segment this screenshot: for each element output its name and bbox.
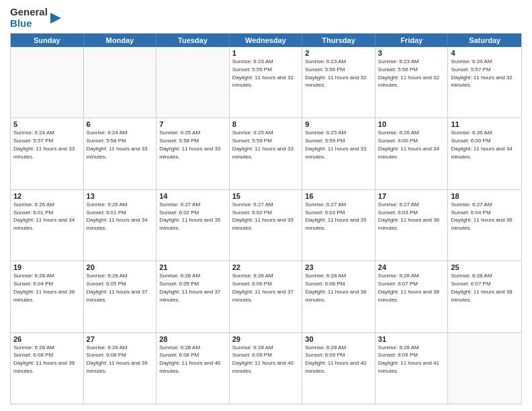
calendar-cell: 19 Sunrise: 6:28 AMSunset: 6:04 PMDaylig… (11, 261, 84, 332)
logo-triangle-icon (49, 9, 61, 28)
cell-info: Sunrise: 6:23 AMSunset: 5:56 PMDaylight:… (305, 58, 366, 88)
day-number: 5 (13, 120, 81, 128)
day-number: 29 (232, 335, 300, 343)
calendar-cell: 18 Sunrise: 6:27 AMSunset: 6:04 PMDaylig… (448, 190, 521, 261)
cell-info: Sunrise: 6:25 AMSunset: 5:59 PMDaylight:… (305, 130, 366, 159)
calendar-cell: 12 Sunrise: 6:26 AMSunset: 6:01 PMDaylig… (11, 190, 84, 261)
cell-info: Sunrise: 6:28 AMSunset: 6:08 PMDaylight:… (13, 345, 75, 374)
calendar-cell: 13 Sunrise: 6:26 AMSunset: 6:01 PMDaylig… (84, 190, 157, 261)
day-number: 15 (232, 192, 300, 200)
calendar-cell: 23 Sunrise: 6:28 AMSunset: 6:06 PMDaylig… (302, 261, 375, 332)
cell-info: Sunrise: 6:24 AMSunset: 5:57 PMDaylight:… (13, 130, 75, 159)
cell-info: Sunrise: 6:25 AMSunset: 5:58 PMDaylight:… (159, 130, 220, 159)
calendar-cell: 22 Sunrise: 6:28 AMSunset: 6:06 PMDaylig… (230, 261, 303, 332)
day-number: 6 (87, 120, 154, 128)
calendar-cell: 14 Sunrise: 6:27 AMSunset: 6:02 PMDaylig… (157, 190, 230, 261)
calendar-cell: 20 Sunrise: 6:28 AMSunset: 6:05 PMDaylig… (84, 261, 157, 332)
calendar-body: 1 Sunrise: 6:23 AMSunset: 5:55 PMDayligh… (11, 47, 521, 404)
day-number: 3 (378, 49, 445, 57)
calendar-cell: 5 Sunrise: 6:24 AMSunset: 5:57 PMDayligh… (11, 118, 84, 189)
cell-info: Sunrise: 6:23 AMSunset: 5:55 PMDaylight:… (232, 58, 294, 88)
day-number: 27 (87, 335, 154, 343)
header-saturday: Saturday (448, 34, 521, 47)
calendar-cell (448, 333, 521, 404)
calendar-cell (157, 47, 230, 118)
day-number: 19 (13, 263, 81, 271)
calendar-cell: 29 Sunrise: 6:28 AMSunset: 6:09 PMDaylig… (230, 333, 303, 404)
header-sunday: Sunday (11, 34, 84, 47)
calendar-cell: 4 Sunrise: 6:24 AMSunset: 5:57 PMDayligh… (448, 47, 521, 118)
cell-info: Sunrise: 6:27 AMSunset: 6:04 PMDaylight:… (451, 201, 512, 231)
cell-info: Sunrise: 6:26 AMSunset: 6:00 PMDaylight:… (451, 130, 512, 159)
calendar-cell: 1 Sunrise: 6:23 AMSunset: 5:55 PMDayligh… (230, 47, 303, 118)
cell-info: Sunrise: 6:28 AMSunset: 6:09 PMDaylight:… (232, 345, 294, 374)
day-number: 21 (159, 263, 226, 271)
svg-marker-0 (50, 13, 61, 24)
header-friday: Friday (375, 34, 449, 47)
cell-info: Sunrise: 6:26 AMSunset: 6:00 PMDaylight:… (378, 130, 439, 159)
cell-info: Sunrise: 6:28 AMSunset: 6:04 PMDaylight:… (13, 273, 75, 302)
calendar-cell: 27 Sunrise: 6:28 AMSunset: 6:08 PMDaylig… (84, 333, 157, 404)
cell-info: Sunrise: 6:28 AMSunset: 6:07 PMDaylight:… (451, 273, 512, 302)
calendar-cell: 15 Sunrise: 6:27 AMSunset: 6:02 PMDaylig… (230, 190, 303, 261)
cell-info: Sunrise: 6:28 AMSunset: 6:06 PMDaylight:… (305, 273, 366, 302)
cell-info: Sunrise: 6:28 AMSunset: 6:08 PMDaylight:… (87, 345, 148, 374)
day-number: 28 (159, 335, 226, 343)
calendar-cell (84, 47, 157, 118)
day-number: 7 (159, 120, 226, 128)
page: General Blue SundayMondayTuesdayWednesda… (0, 0, 532, 411)
day-number: 20 (87, 263, 154, 271)
day-number: 23 (305, 263, 372, 271)
calendar-cell (11, 47, 84, 118)
day-number: 22 (232, 263, 300, 271)
day-number: 11 (451, 120, 519, 128)
week-row-4: 19 Sunrise: 6:28 AMSunset: 6:04 PMDaylig… (11, 261, 521, 332)
cell-info: Sunrise: 6:24 AMSunset: 5:57 PMDaylight:… (451, 58, 512, 88)
day-number: 30 (305, 335, 372, 343)
day-number: 13 (87, 192, 154, 200)
header-thursday: Thursday (302, 34, 375, 47)
header: General Blue (10, 7, 522, 29)
cell-info: Sunrise: 6:28 AMSunset: 6:09 PMDaylight:… (305, 345, 366, 374)
cell-info: Sunrise: 6:26 AMSunset: 6:01 PMDaylight:… (87, 201, 148, 231)
calendar-header: SundayMondayTuesdayWednesdayThursdayFrid… (11, 34, 521, 47)
cell-info: Sunrise: 6:25 AMSunset: 5:59 PMDaylight:… (232, 130, 294, 159)
cell-info: Sunrise: 6:28 AMSunset: 6:05 PMDaylight:… (87, 273, 148, 302)
cell-info: Sunrise: 6:28 AMSunset: 6:06 PMDaylight:… (232, 273, 294, 302)
cell-info: Sunrise: 6:27 AMSunset: 6:02 PMDaylight:… (159, 201, 220, 231)
cell-info: Sunrise: 6:23 AMSunset: 5:56 PMDaylight:… (378, 58, 439, 88)
day-number: 12 (13, 192, 81, 200)
day-number: 16 (305, 192, 372, 200)
cell-info: Sunrise: 6:24 AMSunset: 5:58 PMDaylight:… (87, 130, 148, 159)
calendar-cell: 17 Sunrise: 6:27 AMSunset: 6:03 PMDaylig… (375, 190, 449, 261)
calendar-cell: 25 Sunrise: 6:28 AMSunset: 6:07 PMDaylig… (448, 261, 521, 332)
calendar-cell: 6 Sunrise: 6:24 AMSunset: 5:58 PMDayligh… (84, 118, 157, 189)
day-number: 8 (232, 120, 300, 128)
calendar-cell: 10 Sunrise: 6:26 AMSunset: 6:00 PMDaylig… (375, 118, 449, 189)
logo: General Blue (10, 7, 61, 29)
cell-info: Sunrise: 6:26 AMSunset: 6:01 PMDaylight:… (13, 201, 75, 231)
calendar-cell: 30 Sunrise: 6:28 AMSunset: 6:09 PMDaylig… (302, 333, 375, 404)
day-number: 4 (451, 49, 519, 57)
calendar: SundayMondayTuesdayWednesdayThursdayFrid… (10, 33, 522, 404)
cell-info: Sunrise: 6:28 AMSunset: 6:05 PMDaylight:… (159, 273, 220, 302)
day-number: 2 (305, 49, 372, 57)
day-number: 9 (305, 120, 372, 128)
day-number: 18 (451, 192, 519, 200)
calendar-cell: 11 Sunrise: 6:26 AMSunset: 6:00 PMDaylig… (448, 118, 521, 189)
cell-info: Sunrise: 6:28 AMSunset: 6:07 PMDaylight:… (378, 273, 439, 302)
week-row-1: 1 Sunrise: 6:23 AMSunset: 5:55 PMDayligh… (11, 47, 521, 118)
day-number: 10 (378, 120, 445, 128)
calendar-cell: 2 Sunrise: 6:23 AMSunset: 5:56 PMDayligh… (302, 47, 375, 118)
cell-info: Sunrise: 6:28 AMSunset: 6:09 PMDaylight:… (378, 345, 439, 374)
day-number: 26 (13, 335, 81, 343)
week-row-3: 12 Sunrise: 6:26 AMSunset: 6:01 PMDaylig… (11, 190, 521, 261)
calendar-cell: 28 Sunrise: 6:28 AMSunset: 6:08 PMDaylig… (157, 333, 230, 404)
day-number: 31 (378, 335, 445, 343)
header-monday: Monday (84, 34, 157, 47)
week-row-2: 5 Sunrise: 6:24 AMSunset: 5:57 PMDayligh… (11, 118, 521, 189)
day-number: 1 (232, 49, 300, 57)
day-number: 14 (159, 192, 226, 200)
calendar-cell: 26 Sunrise: 6:28 AMSunset: 6:08 PMDaylig… (11, 333, 84, 404)
cell-info: Sunrise: 6:27 AMSunset: 6:02 PMDaylight:… (232, 201, 294, 231)
